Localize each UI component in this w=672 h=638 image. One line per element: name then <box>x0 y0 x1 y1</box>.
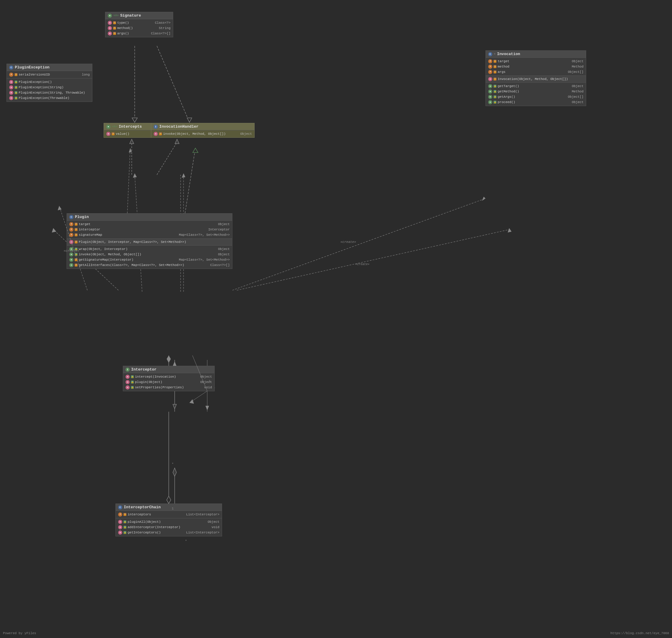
lock-icon: 🔒 <box>123 531 126 534</box>
svg-marker-1 <box>130 139 134 144</box>
serial-name: serialVersionUID <box>19 73 50 77</box>
signature-header-icon: ● <box>108 14 112 18</box>
invocation-handler-methods: m 🔒 invoke(Object, Method, Object[]) Obj… <box>151 130 254 137</box>
chain-addInterceptor-row: m 🔒 addInterceptor(Interceptor) void <box>116 524 222 530</box>
plugin-title: Plugin <box>75 215 89 219</box>
lock-icon: 🔒 <box>74 253 77 256</box>
svg-marker-29 <box>187 118 192 122</box>
pe-ctor2-row: m 🔒 PluginException(String) <box>7 85 92 90</box>
interceptor-intercept-type: Object <box>200 375 212 379</box>
plugin-target-name: target <box>79 222 91 226</box>
invocation-handler-header: I InvocationHandler <box>151 123 254 130</box>
ctor-icon: m <box>9 85 13 89</box>
svg-marker-48 <box>189 399 194 404</box>
interceptor-chain-icon: C <box>118 505 122 509</box>
invocation-methods: m 🔒 getTarget() Object m 🔒 getMethod() M… <box>486 83 586 106</box>
signature-type-row: m 🔒 type() Class<?> <box>105 20 173 26</box>
invocation-fields: f 🔒 target Object f 🔒 method Method f 🔒 … <box>486 58 586 76</box>
invocation-proceed: proceed() <box>498 100 515 104</box>
plugin-exception-constructors: m 🔒 PluginException() m 🔒 PluginExceptio… <box>7 79 92 102</box>
signature-args-row: m 🔒 args() Class<?>[] <box>105 31 173 36</box>
plugin-exception-title: PluginException <box>15 65 49 70</box>
field-icon: f <box>488 70 492 74</box>
chain-addInterceptor: addInterceptor(Interceptor) <box>127 525 180 529</box>
field-icon: f <box>9 72 13 77</box>
method-icon: m <box>69 247 73 251</box>
chain-interceptors-row: f 🔒 interceptors List<Interceptor> <box>116 512 222 517</box>
invocation-target-type: Object <box>572 60 584 63</box>
invocation-handler-invoke: invoke(Object, Method, Object[]) <box>163 132 226 136</box>
svg-marker-31 <box>58 206 62 210</box>
interceptor-plugin-row: m 🔒 plugin(Object) Object <box>123 380 214 385</box>
method-icon: m <box>125 385 130 389</box>
invocation-getArgs-row: m 🔒 getArgs() Object[] <box>486 94 586 100</box>
lock-icon: 🔒 <box>131 381 134 384</box>
plugin-interceptor-type: Interceptor <box>208 228 230 231</box>
method-icon: m <box>125 375 130 379</box>
plugin-interceptor-name: interceptor <box>79 228 100 231</box>
signature-header: ● «A» Signature <box>105 12 173 19</box>
field-icon: f <box>69 222 73 226</box>
invocation-target-name: target <box>498 60 510 63</box>
method-icon: m <box>488 89 492 94</box>
interceptor-methods: m 🔒 intercept(Invocation) Object m 🔒 plu… <box>123 373 214 391</box>
svg-line-38 <box>185 148 195 213</box>
invocation-class: C « Invocation f 🔒 target Object f 🔒 met… <box>485 50 586 106</box>
intercepts-title: Intercepts <box>119 124 142 129</box>
plugin-class: C Plugin f 🔒 target Object f 🔒 intercept… <box>67 213 232 269</box>
invocation-args-type: Object[] <box>568 70 584 74</box>
lock-icon: 🔒 <box>494 101 497 104</box>
plugin-getSignatureMap-row: m 🔒 getSignatureMap(Interceptor) Map<Cla… <box>67 257 232 263</box>
chain-addInterceptor-type: void <box>212 525 219 529</box>
pe-ctor1-row: m 🔒 PluginException() <box>7 79 92 85</box>
invocation-getMethod-type: Method <box>572 90 584 93</box>
lock-icon: 🔒 <box>15 81 17 84</box>
lock-icon: 🔒 <box>74 223 77 226</box>
signature-annotation: «A» <box>114 14 119 17</box>
intercepts-value: value() <box>116 132 130 136</box>
invocation-getTarget: getTarget() <box>498 84 519 88</box>
method-icon: m <box>108 21 112 25</box>
invocation-args-name: args <box>498 70 505 74</box>
field-icon: f <box>488 59 492 63</box>
invocation-method-name: method <box>498 65 510 68</box>
intercepts-icon: ● <box>106 125 110 129</box>
interceptor-intercept-row: m 🔒 intercept(Invocation) Object <box>123 374 214 380</box>
plugin-signatureMap-type: Map<Class<?>, Set<Method>> <box>179 233 230 237</box>
lock-icon: 🔒 <box>113 21 116 24</box>
invocation-header-icon: C <box>488 52 492 56</box>
plugin-getSignatureMap: getSignatureMap(Interceptor) <box>79 258 134 262</box>
plugin-getSignatureMap-type: Map<Class<?>, Set<Method>> <box>179 258 230 262</box>
interceptor-class: I Interceptor m 🔒 intercept(Invocation) … <box>123 366 214 391</box>
constructor-icon: m <box>488 77 492 81</box>
interceptor-icon: I <box>125 368 130 372</box>
svg-line-33 <box>232 199 485 290</box>
svg-marker-22 <box>205 406 209 410</box>
field-icon: f <box>69 233 73 237</box>
method-icon: m <box>106 132 110 136</box>
method-icon: m <box>125 380 130 384</box>
chain-interceptors-name: interceptors <box>127 513 151 516</box>
invocation-handler-invoke-row: m 🔒 invoke(Object, Method, Object[]) Obj… <box>151 131 254 137</box>
interceptor-plugin-type: Object <box>200 380 212 384</box>
svg-marker-27 <box>132 118 137 122</box>
interceptor-chain-title: InterceptorChain <box>124 505 161 509</box>
pe-ctor2: PluginException(String) <box>19 86 64 89</box>
plugin-exception-icon: C <box>9 65 13 70</box>
interceptor-intercept: intercept(Invocation) <box>135 375 176 379</box>
lock-icon: 🔒 <box>15 73 17 76</box>
svg-text:*: * <box>172 463 174 466</box>
plugin-target-row: f 🔒 target Object <box>67 221 232 227</box>
lock-icon: 🔒 <box>494 78 497 81</box>
plugin-ctor-row: m 🔒 Plugin(Object, Interceptor, Map<Clas… <box>67 239 232 245</box>
plugin-header: C Plugin <box>67 214 232 221</box>
invocation-handler-icon: I <box>154 125 158 129</box>
svg-marker-13 <box>182 173 185 178</box>
invocation-constructors: m 🔒 Invocation(Object, Method, Object[]) <box>486 76 586 83</box>
field-icon: f <box>69 228 73 232</box>
chain-pluginAll-type: Object <box>208 520 219 524</box>
method-icon: m <box>118 520 122 524</box>
signature-args-method: args() <box>117 32 129 35</box>
field-icon: f <box>118 513 122 517</box>
interceptor-setProperties-type: void <box>204 386 212 389</box>
